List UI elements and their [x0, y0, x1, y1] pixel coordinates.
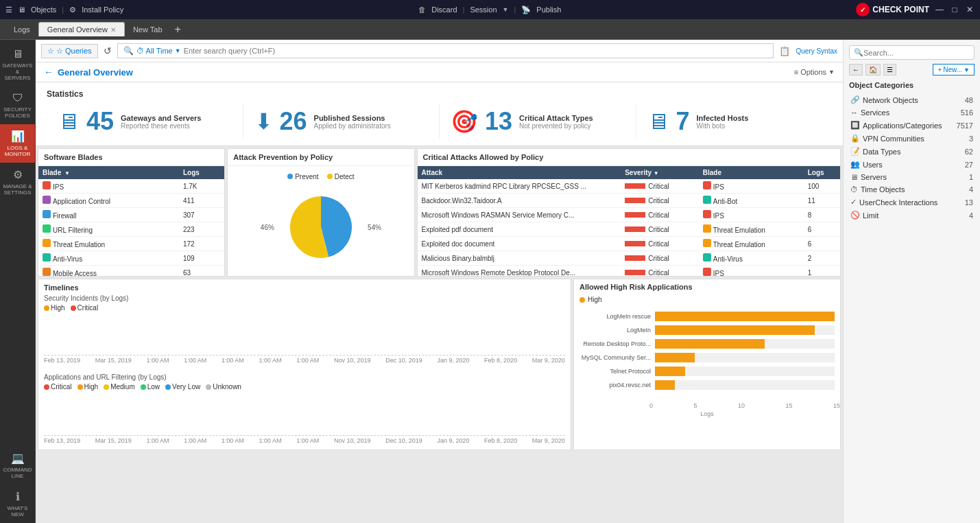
obj-cat-item[interactable]: 🔲 Applications/Categories 7517: [849, 119, 975, 132]
bar-row: MySQL Community Ser...: [579, 353, 835, 362]
chevron-down-icon[interactable]: ▼: [503, 6, 509, 13]
blade-row[interactable]: IPS1.7K: [38, 179, 224, 194]
sidebar-item-cmdline[interactable]: 💻 COMMAND LINE: [0, 446, 35, 485]
home-nav-btn[interactable]: 🏠: [865, 64, 881, 75]
attack-row[interactable]: MIT Kerberos kadmind RPC Library RPCSEC_…: [418, 179, 840, 194]
attack-row[interactable]: Microsoft Windows RASMAN Service Memory …: [418, 208, 840, 222]
critical-attacks-table-wrap[interactable]: Attack Severity ▼ Blade Logs MIT Kerbero…: [418, 166, 840, 276]
object-categories-list: 🔗 Network Objects 48 ↔ Services 516 🔲 Ap…: [849, 93, 975, 222]
overview-title-wrap: ← General Overview: [44, 67, 133, 78]
blade-row[interactable]: Firewall307: [38, 208, 224, 222]
new-btn[interactable]: + New... ▼: [933, 64, 975, 75]
tab-general-overview-label: General Overview: [47, 25, 108, 34]
logs-col-header[interactable]: Logs: [179, 166, 224, 179]
critical-dot-si: [71, 305, 76, 311]
obj-cat-item[interactable]: ↔ Services 516: [849, 106, 975, 119]
sidebar-item-logs[interactable]: 📊 LOGS & MONITOR: [0, 124, 35, 163]
gateways-icon: 🖥: [12, 48, 23, 60]
software-blades-table-wrap[interactable]: Blade ▼ Logs IPS1.7KApplication Control4…: [38, 166, 224, 276]
software-blades-title: Software Blades: [38, 149, 224, 166]
obj-cat-item[interactable]: 🖥 Servers 1: [849, 171, 975, 183]
bar-track: [655, 380, 835, 390]
timeline-label: Feb 8, 2020: [484, 437, 517, 444]
obj-cat-item[interactable]: ⏱ Time Objects 4: [849, 183, 975, 196]
obj-cat-item[interactable]: 👥 Users 27: [849, 158, 975, 171]
blade-row[interactable]: Anti-Virus109: [38, 251, 224, 266]
attack-blade: IPS: [699, 179, 804, 194]
obj-cat-count: 13: [965, 198, 973, 207]
stat-gateways[interactable]: 🖥 45 Gateways and Servers Reported these…: [47, 104, 243, 139]
sidebar-item-manage[interactable]: ⚙ MANAGE & SETTINGS: [0, 163, 35, 201]
time-filter-label: All Time: [146, 47, 173, 55]
cp-icon: ✓: [856, 3, 870, 16]
axis-label: 5: [693, 402, 697, 409]
right-search-input[interactable]: [863, 49, 970, 57]
blade-row[interactable]: URL Filtering223: [38, 222, 224, 237]
blade-col-header-attack[interactable]: Blade: [699, 166, 804, 179]
blade-name: Application Control: [38, 194, 179, 208]
obj-cat-icon: 📝: [850, 147, 860, 156]
export-btn[interactable]: 📋: [779, 46, 790, 56]
security-label: SECURITY POLICIES: [3, 106, 32, 119]
severity-col-header[interactable]: Severity ▼: [621, 166, 699, 179]
add-tab-btn[interactable]: +: [171, 23, 185, 36]
options-btn[interactable]: ≡ Options ▼: [794, 68, 835, 76]
install-policy-btn[interactable]: Install Policy: [82, 5, 123, 14]
obj-cat-item[interactable]: 🔗 Network Objects 48: [849, 93, 975, 106]
attack-row[interactable]: Exploited pdf document Critical Threat E…: [418, 222, 840, 237]
obj-cat-count: 1: [969, 173, 973, 181]
attack-col-header[interactable]: Attack: [418, 166, 621, 179]
tab-logs[interactable]: Logs: [5, 23, 38, 36]
tab-logs-label: Logs: [14, 25, 30, 34]
blade-logs: 307: [179, 208, 224, 222]
stat-attacks[interactable]: 🎯 13 Critical Attack Types Not prevented…: [440, 104, 636, 139]
minimize-btn[interactable]: —: [935, 5, 944, 14]
discard-btn[interactable]: Discard: [431, 5, 457, 14]
back-arrow-btn[interactable]: ←: [44, 67, 53, 78]
obj-cat-label: VPN Communities: [863, 135, 924, 143]
close-btn[interactable]: ✕: [965, 5, 975, 14]
attack-blade: Threat Emulation: [699, 237, 804, 251]
session-btn[interactable]: Session: [470, 5, 497, 14]
sidebar-item-whatsnew[interactable]: ℹ WHAT'S NEW: [0, 485, 35, 523]
obj-cat-item[interactable]: 📝 Data Types 62: [849, 145, 975, 158]
tab-new-tab[interactable]: New Tab: [125, 23, 171, 36]
tab-general-overview-close[interactable]: ✕: [110, 26, 116, 34]
refresh-btn[interactable]: ↺: [104, 45, 112, 56]
obj-cat-item[interactable]: 🔒 VPN Communities 3: [849, 132, 975, 145]
query-syntax-link[interactable]: Query Syntax: [796, 47, 837, 55]
blade-row[interactable]: Application Control411: [38, 194, 224, 208]
sidebar-item-gateways[interactable]: 🖥 GATEWAYS & SERVERS: [0, 43, 35, 86]
stat-gateways-label: Gateways and Servers: [121, 114, 201, 122]
timeline-label: Mar 15, 2019: [95, 357, 132, 364]
axis-title: Logs: [574, 410, 840, 417]
blade-col-header[interactable]: Blade ▼: [38, 166, 179, 179]
attack-row[interactable]: Malicious Binary.balmblj Critical Anti-V…: [418, 251, 840, 266]
sidebar-item-security[interactable]: 🛡 SECURITY POLICIES: [0, 86, 35, 124]
back-nav-btn[interactable]: ←: [849, 64, 863, 75]
right-panel-nav: ← 🏠 ☰ + New... ▼: [849, 64, 975, 75]
maximize-btn[interactable]: □: [950, 5, 959, 14]
medium-dot-app: [104, 384, 109, 390]
publish-btn[interactable]: Publish: [536, 5, 561, 14]
time-filter-btn[interactable]: ⏱ All Time ▼: [136, 47, 181, 55]
obj-cat-item[interactable]: 🚫 Limit 4: [849, 209, 975, 222]
logs-col-header-attack[interactable]: Logs: [804, 166, 840, 179]
search-input[interactable]: [184, 47, 768, 55]
stat-hosts[interactable]: 🖥 7 Infected Hosts With bots: [636, 104, 833, 139]
bar-track: [655, 339, 835, 349]
obj-cat-item[interactable]: ✓ UserCheck Interactions 13: [849, 196, 975, 209]
attack-row[interactable]: Microsoft Windows Remote Desktop Protoco…: [418, 266, 840, 277]
attack-blade: Threat Emulation: [699, 222, 804, 237]
objects-label[interactable]: Objects: [31, 5, 56, 14]
queries-btn[interactable]: ☆ ☆ Queries: [41, 44, 98, 58]
blade-row[interactable]: Threat Emulation172: [38, 237, 224, 251]
tab-general-overview[interactable]: General Overview ✕: [38, 22, 125, 36]
software-blades-panel: Software Blades Blade ▼ Logs IPS1.7KAppl…: [38, 148, 225, 277]
list-nav-btn[interactable]: ☰: [883, 64, 896, 75]
blade-row[interactable]: Mobile Access63: [38, 266, 224, 277]
attack-row[interactable]: Exploited doc document Critical Threat E…: [418, 237, 840, 251]
stat-sessions[interactable]: ⬇ 26 Published Sessions Applied by admin…: [243, 104, 440, 139]
hamburger-icon[interactable]: ☰: [5, 5, 12, 14]
attack-row[interactable]: Backdoor.Win32.Taidoor.A Critical Anti-B…: [418, 194, 840, 208]
